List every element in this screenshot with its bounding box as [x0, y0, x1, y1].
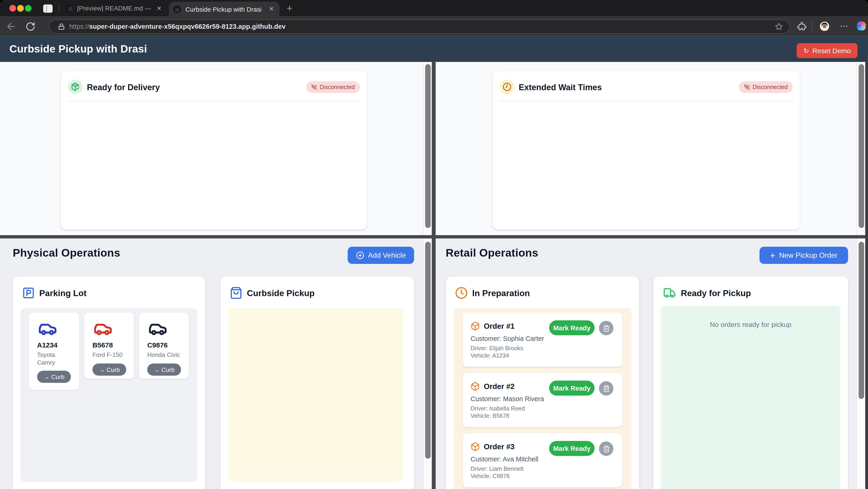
window-right-edge — [865, 62, 868, 489]
order-vehicle: Vehicle: A1234 — [470, 352, 509, 358]
scrollbar-thumb[interactable] — [859, 64, 864, 228]
curbside-dropzone — [228, 308, 403, 482]
reset-demo-button[interactable]: ↻ Reset Demo — [797, 43, 857, 58]
order-customer: Customer: Mason Rivera — [470, 395, 544, 403]
copilot-icon[interactable] — [857, 22, 866, 31]
package-icon — [470, 382, 480, 391]
reset-label: Reset Demo — [812, 47, 850, 55]
order-card: Order #1 Mark Ready Customer: Sophia Car… — [463, 313, 622, 367]
vehicle-plate: A1234 — [37, 341, 57, 349]
physical-operations-pane: Physical Operations Add Vehicle Parking … — [0, 238, 423, 489]
to-curb-button[interactable]: →Curb — [147, 363, 181, 376]
minimize-window-button[interactable] — [17, 5, 24, 12]
curbside-pickup-card: Curbside Pickup — [220, 277, 414, 489]
order-customer: Customer: Ava Mitchell — [470, 455, 538, 463]
order-card: Order #2 Mark Ready Customer: Mason Rive… — [463, 373, 622, 427]
order-driver: Driver: Elijah Brooks — [470, 345, 523, 351]
order-vehicle: Vehicle: B5678 — [470, 412, 509, 419]
plus-icon: + — [770, 251, 775, 260]
arrow-right-icon: → — [99, 366, 105, 373]
sidebar-toggle-icon[interactable] — [43, 4, 53, 12]
reload-button[interactable] — [25, 22, 35, 32]
lock-icon — [58, 23, 65, 30]
extended-wait-card: Extended Wait Times Disconnected — [493, 71, 800, 230]
new-pickup-order-button[interactable]: + New Pickup Order — [760, 247, 848, 264]
reset-icon: ↻ — [804, 47, 809, 55]
app-header: Curbside Pickup with Drasi ↻ Reset Demo — [0, 36, 868, 62]
titlebar-separator — [59, 4, 59, 13]
tab-curbside-pickup[interactable]: Curbside Pickup with Drasi ✕ — [169, 2, 280, 17]
parking-lot-card: Parking Lot A1234 Toyota Camry →Curb B56… — [13, 277, 205, 489]
status-text: Disconnected — [752, 84, 787, 90]
scrollbar-track[interactable] — [856, 238, 865, 489]
mark-ready-button[interactable]: Mark Ready — [549, 320, 595, 335]
bookmark-star-icon[interactable] — [775, 23, 783, 30]
card-title: Parking Lot — [39, 288, 87, 298]
vehicle-card[interactable]: B5678 Ford F-150 →Curb — [84, 313, 134, 379]
close-window-button[interactable] — [9, 5, 16, 12]
tab-close-icon[interactable]: ✕ — [152, 5, 167, 12]
card-title: Ready for Pickup — [681, 288, 751, 298]
ready-for-pickup-card: Ready for Pickup No orders ready for pic… — [653, 277, 848, 489]
scrollbar-track[interactable] — [856, 62, 865, 235]
vehicle-model: Toyota Camry — [37, 351, 72, 366]
empty-state-message: No orders ready for pickup — [661, 321, 840, 329]
maximize-window-button[interactable] — [25, 5, 32, 12]
vehicle-card[interactable]: A1234 Toyota Camry →Curb — [29, 313, 79, 390]
extensions-puzzle-icon[interactable] — [797, 22, 807, 31]
profile-avatar[interactable] — [820, 22, 829, 31]
url-bar[interactable]: https://super-duper-adventure-x56qxpqv66… — [49, 20, 790, 34]
pane-divider-vertical — [432, 62, 436, 489]
arrow-right-icon: → — [154, 366, 160, 373]
trash-icon — [602, 324, 610, 332]
section-title-retail: Retail Operations — [446, 247, 538, 260]
car-icon — [147, 319, 169, 338]
tab-readme-preview[interactable]: [Preview] README.md — curbsi ✕ — [62, 0, 167, 17]
vehicle-plate: C9876 — [147, 341, 168, 349]
ready-for-pickup-zone: No orders ready for pickup — [661, 306, 840, 489]
scrollbar-thumb[interactable] — [859, 242, 864, 399]
more-menu-icon[interactable]: ⋯ — [837, 19, 851, 33]
add-vehicle-label: Add Vehicle — [368, 251, 406, 259]
scrollbar-thumb[interactable] — [425, 64, 431, 228]
scrollbar-track[interactable] — [423, 238, 432, 489]
parking-icon — [22, 287, 35, 299]
back-button[interactable] — [5, 21, 17, 32]
delete-order-button[interactable] — [599, 442, 613, 456]
card-title: In Preparation — [472, 288, 530, 298]
clock-icon — [500, 80, 514, 94]
order-card: Order #3 Mark Ready Customer: Ava Mitche… — [463, 433, 622, 487]
to-curb-button[interactable]: →Curb — [37, 371, 71, 383]
mark-ready-button[interactable]: Mark Ready — [549, 441, 595, 456]
order-customer: Customer: Sophia Carter — [470, 335, 544, 343]
url-protocol: https:// — [69, 23, 89, 30]
new-pickup-order-label: New Pickup Order — [779, 251, 838, 259]
order-driver: Driver: Liam Bennett — [470, 465, 524, 472]
curb-label: Curb — [51, 373, 64, 380]
pane-divider-horizontal — [0, 235, 868, 238]
package-check-icon — [68, 80, 83, 94]
wifi-off-icon — [311, 84, 317, 90]
mark-ready-button[interactable]: Mark Ready — [549, 381, 595, 395]
scrollbar-thumb[interactable] — [425, 242, 431, 459]
page-title: Curbside Pickup with Drasi — [9, 43, 147, 55]
retail-operations-pane: Retail Operations + New Pickup Order In … — [436, 238, 856, 489]
delete-order-button[interactable] — [599, 321, 613, 335]
scrollbar-track[interactable] — [423, 62, 432, 235]
arrow-right-icon: → — [43, 373, 50, 380]
vehicle-model: Honda Civic — [147, 351, 183, 359]
truck-icon — [663, 287, 677, 299]
vehicle-card[interactable]: C9876 Honda Civic →Curb — [139, 313, 189, 379]
delete-order-button[interactable] — [599, 381, 613, 396]
vehicle-model: Ford F-150 — [93, 351, 128, 359]
in-preparation-zone: Order #1 Mark Ready Customer: Sophia Car… — [454, 308, 631, 489]
add-vehicle-button[interactable]: Add Vehicle — [348, 247, 414, 264]
package-icon — [470, 321, 480, 331]
circle-plus-icon — [355, 251, 364, 259]
shopping-bag-icon — [230, 287, 243, 299]
new-tab-button[interactable]: + — [283, 2, 296, 14]
to-curb-button[interactable]: →Curb — [93, 363, 126, 376]
url-host: super-duper-adventure-x56qxpqv6626r59-81… — [89, 23, 285, 30]
tab-close-icon[interactable]: ✕ — [265, 5, 280, 13]
curb-label: Curb — [107, 366, 120, 373]
